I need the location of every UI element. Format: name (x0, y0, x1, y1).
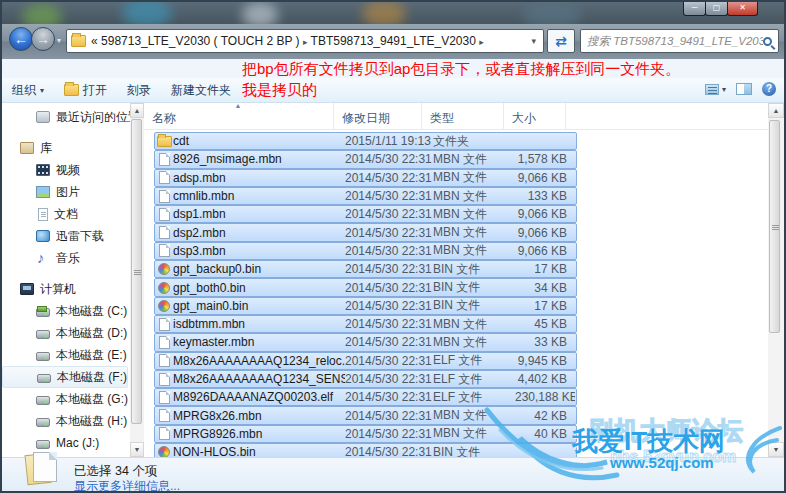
file-name: cmnlib.mbn (173, 189, 345, 203)
refresh-button[interactable]: ⇄ (547, 29, 575, 53)
file-size: 133 KB (515, 189, 575, 203)
sidebar-item-label: 音乐 (56, 250, 80, 267)
file-row[interactable]: gpt_main0.bin 2014/5/30 22:31 BIN 文件 17 … (154, 297, 577, 315)
file-type-icon (158, 282, 170, 294)
sidebar-item[interactable]: 音乐 (2, 247, 128, 269)
close-button[interactable]: ✕ (727, 2, 758, 16)
chevron-down-icon: ▾ (40, 86, 44, 95)
folder-icon (71, 35, 86, 47)
breadcrumb-separator-icon[interactable]: ▸ (479, 37, 484, 47)
annotation-line1: 把bp包所有文件拷贝到ap包目录下，或者直接解压到同一文件夹。 (242, 60, 680, 79)
sidebar-item[interactable]: 本地磁盘 (C:) (2, 300, 128, 322)
file-list-pane: ▲ 名称 修改日期 类型 大小 cdt 2015/1/11 19:13 文件夹 (144, 103, 784, 457)
sidebar-item-label: 迅雷下载 (56, 228, 104, 245)
preview-pane-button[interactable] (736, 83, 752, 95)
file-row[interactable]: MPRG8926.mbn 2014/5/30 22:31 MBN 文件 40 K… (154, 425, 577, 443)
file-row[interactable]: cdt 2015/1/11 19:13 文件夹 (154, 132, 577, 150)
more-details-link[interactable]: 显示更多详细信息... (74, 478, 180, 493)
file-row[interactable]: NON-HLOS.bin 2014/5/30 22:31 BIN 文件 (154, 443, 577, 457)
sidebar-item[interactable]: 本地磁盘 (G:) (2, 388, 128, 410)
file-row[interactable]: M8926DAAAANAZQ00203.elf 2014/5/30 22:31 … (154, 388, 577, 406)
organize-button[interactable]: 组织 ▾ (2, 82, 54, 99)
sidebar-scrollbar[interactable]: ▲ ▼ (130, 103, 144, 457)
command-toolbar: 组织 ▾ 打开 刻录 新建文件夹 (2, 78, 784, 103)
breadcrumb-current-folder[interactable]: TBT598713_9491_LTE_V2030 (311, 34, 476, 48)
file-row[interactable]: 8926_msimage.mbn 2014/5/30 22:31 MBN 文件 … (154, 150, 577, 168)
scrollbar-thumb[interactable] (131, 119, 142, 424)
file-type-icon (159, 208, 170, 221)
breadcrumb-overflow-chevron[interactable]: « (91, 34, 98, 48)
file-row[interactable]: dsp3.mbn 2014/5/30 22:31 MBN 文件 9,066 KB (154, 242, 577, 260)
address-dropdown-icon[interactable]: ▾ (528, 36, 539, 46)
change-view-button[interactable]: ▾ (705, 84, 726, 95)
sidebar-item-icon (36, 252, 50, 264)
breadcrumb-separator-icon[interactable]: ▸ (303, 37, 308, 47)
file-type-icon (159, 153, 170, 166)
breadcrumb: « 598713_LTE_V2030 ( TOUCH 2 BP ) ▸ TBT5… (91, 34, 528, 48)
file-row[interactable]: isdbtmm.mbn 2014/5/30 22:31 MBN 文件 45 KB (154, 315, 577, 333)
file-size: 9,066 KB (515, 207, 575, 221)
sidebar-item-icon (36, 418, 50, 427)
sidebar-item[interactable]: 本地磁盘 (D:) (2, 322, 128, 344)
search-box[interactable]: 搜索 TBT598713_9491_LTE_V2030 (580, 29, 779, 53)
file-row[interactable]: gpt_backup0.bin 2014/5/30 22:31 BIN 文件 1… (154, 260, 577, 278)
help-button[interactable]: ? (762, 82, 776, 96)
address-bar[interactable]: « 598713_LTE_V2030 ( TOUCH 2 BP ) ▸ TBT5… (66, 29, 544, 53)
sidebar-item-icon (20, 283, 34, 295)
scrollbar-grip (772, 225, 779, 226)
file-row[interactable]: gpt_both0.bin 2014/5/30 22:31 BIN 文件 34 … (154, 278, 577, 296)
search-icon[interactable] (763, 37, 772, 46)
sidebar-item[interactable]: 本地磁盘 (H:) (2, 410, 128, 432)
sidebar-item[interactable]: 图片 (2, 181, 128, 203)
back-button[interactable]: ← (9, 27, 33, 51)
breadcrumb-parent-folder[interactable]: 598713_LTE_V2030 ( TOUCH 2 BP ) (101, 34, 300, 48)
open-button[interactable]: 打开 (54, 82, 117, 99)
sidebar-item[interactable]: 迅雷下载 (2, 225, 128, 247)
scroll-up-button[interactable]: ▲ (768, 103, 784, 118)
file-row[interactable]: dsp1.mbn 2014/5/30 22:31 MBN 文件 9,066 KB (154, 205, 577, 223)
scrollbar-grip (134, 270, 141, 271)
file-name: dsp3.mbn (173, 244, 345, 258)
chevron-down-icon: ▾ (722, 85, 726, 94)
open-folder-icon (64, 84, 79, 96)
file-row[interactable]: M8x26AAAAAAAAQ1234_reloc.elf 2014/5/30 2… (154, 352, 577, 370)
sidebar-item[interactable]: 最近访问的位置 (2, 106, 128, 128)
forward-button[interactable]: → (31, 27, 55, 51)
sidebar-item-label: 本地磁盘 (F:) (57, 369, 127, 386)
file-date: 2014/5/30 22:31 (345, 372, 433, 386)
sidebar-item[interactable]: 文档 (2, 203, 128, 225)
column-header-size[interactable]: 大小 (504, 103, 566, 129)
scroll-down-button[interactable]: ▼ (768, 442, 784, 457)
file-date: 2014/5/30 22:31 (345, 445, 433, 457)
file-row[interactable]: MPRG8x26.mbn 2014/5/30 22:31 MBN 文件 42 K… (154, 406, 577, 424)
sidebar-item-icon (36, 230, 50, 242)
maximize-button[interactable]: ▢ (705, 2, 728, 16)
file-date: 2014/5/30 22:31 (345, 317, 433, 331)
scroll-down-button[interactable]: ▼ (130, 442, 144, 457)
scrollbar-thumb[interactable] (769, 120, 780, 333)
burn-button[interactable]: 刻录 (117, 82, 161, 99)
column-header-type[interactable]: 类型 (422, 103, 504, 129)
sidebar-item[interactable]: 库 (2, 137, 128, 159)
file-row[interactable]: M8x26AAAAAAAAQ1234_SENSOR_rel... 2014/5/… (154, 370, 577, 388)
sidebar-item[interactable]: 视频 (2, 159, 128, 181)
column-header-date[interactable]: 修改日期 (334, 103, 422, 129)
column-header-name[interactable]: ▲ 名称 (144, 103, 334, 129)
scroll-up-button[interactable]: ▲ (130, 103, 144, 118)
file-row[interactable]: cmnlib.mbn 2014/5/30 22:31 MBN 文件 133 KB (154, 187, 577, 205)
file-type-icon (158, 263, 170, 275)
file-type: BIN 文件 (433, 279, 515, 296)
file-row[interactable]: keymaster.mbn 2014/5/30 22:31 MBN 文件 33 … (154, 333, 577, 351)
view-options: ▾ ? (705, 82, 776, 96)
sidebar-item[interactable]: 计算机 (2, 278, 128, 300)
history-dropdown-icon[interactable]: ▾ (57, 36, 61, 45)
new-folder-button[interactable]: 新建文件夹 (161, 82, 241, 99)
sidebar-item[interactable]: 本地磁盘 (F:) (2, 366, 128, 388)
sidebar-item[interactable]: 本地磁盘 (E:) (2, 344, 128, 366)
file-row[interactable]: adsp.mbn 2014/5/30 22:31 MBN 文件 9,066 KB (154, 169, 577, 187)
file-row[interactable]: dsp2.mbn 2014/5/30 22:31 MBN 文件 9,066 KB (154, 223, 577, 241)
file-list-scrollbar[interactable]: ▲ ▼ (768, 103, 784, 457)
file-date: 2015/1/11 19:13 (345, 134, 433, 148)
minimize-button[interactable]: ─ (683, 2, 706, 16)
sidebar-item[interactable]: Mac (J:) (2, 432, 128, 454)
